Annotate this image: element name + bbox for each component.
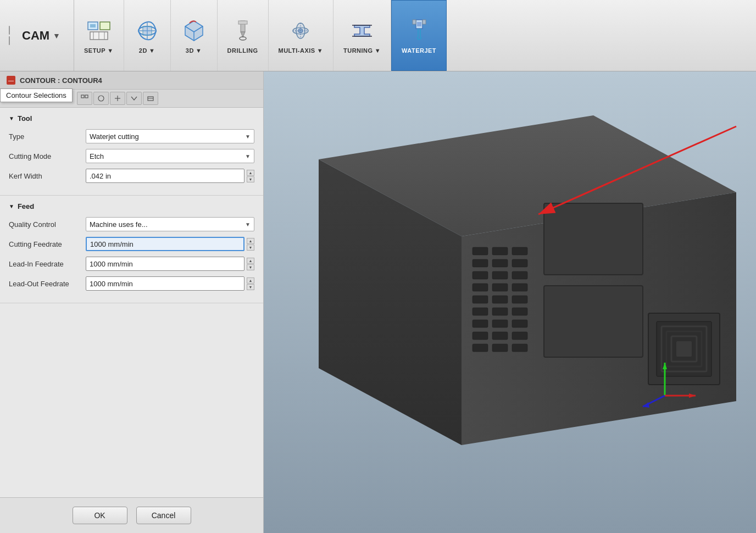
lead-in-feedrate-increment[interactable]: ▲ — [247, 258, 254, 264]
lead-in-feedrate-input[interactable]: 1000 mm/min — [86, 257, 244, 271]
svg-rect-49 — [492, 271, 508, 279]
lead-in-feedrate-value: 1000 mm/min — [90, 260, 133, 268]
viewport[interactable] — [264, 71, 756, 533]
cutting-mode-arrow: ▼ — [245, 153, 251, 159]
multi-axis-label: MULTI-AXIS ▼ — [279, 47, 324, 54]
cutting-mode-control: Etch ▼ — [86, 149, 254, 163]
viewport-canvas — [264, 71, 756, 533]
lead-out-feedrate-input[interactable]: 1000 mm/min — [86, 276, 244, 291]
cancel-button[interactable]: Cancel — [136, 507, 191, 524]
type-value: Waterjet cutting — [90, 132, 139, 141]
panel-toolbar: Contour Selections — [0, 90, 263, 108]
tool-section: ▼ Tool Type Waterjet cutting ▼ Cutting — [0, 108, 263, 196]
toolbar-item-drilling[interactable]: DRILLING — [218, 0, 269, 71]
drilling-icon — [230, 18, 256, 44]
svg-rect-40 — [472, 271, 488, 279]
cutting-feedrate-label: Cutting Feedrate — [9, 240, 86, 248]
quality-control-value: Machine uses fe... — [90, 220, 148, 229]
svg-rect-66 — [544, 286, 643, 357]
panel-tool-btn-2[interactable] — [93, 92, 109, 105]
panel-tool-btn-4[interactable] — [126, 92, 142, 105]
panel-tool-btn-1[interactable] — [77, 92, 92, 105]
svg-rect-2 — [100, 22, 110, 30]
panel-collapse-button[interactable]: — — [7, 76, 15, 85]
svg-rect-58 — [512, 271, 527, 279]
toolbar-item-setup[interactable]: SETUP ▼ — [74, 0, 124, 71]
cam-label: CAM — [22, 29, 49, 43]
svg-rect-41 — [472, 284, 488, 291]
toolbar-item-multi-axis[interactable]: MULTI-AXIS ▼ — [269, 0, 334, 71]
toolbar-item-3d[interactable]: 3D ▼ — [171, 0, 218, 71]
waterjet-label: WATERJET — [402, 47, 436, 54]
turning-icon — [349, 18, 375, 44]
type-label: Type — [9, 132, 86, 141]
svg-rect-62 — [512, 320, 527, 327]
3d-label: 3D ▼ — [186, 47, 202, 54]
svg-point-29 — [98, 96, 104, 101]
svg-rect-64 — [512, 344, 527, 352]
quality-control-label: Quality Control — [9, 220, 86, 229]
feed-section: ▼ Feed Quality Control Machine uses fe..… — [0, 196, 263, 303]
svg-rect-54 — [492, 332, 508, 340]
toolbar-left: CAM ▼ — [0, 0, 74, 71]
svg-rect-61 — [512, 308, 527, 315]
cutting-feedrate-input[interactable]: 1000 mm/min — [86, 237, 244, 251]
toolbar: CAM ▼ SETUP ▼ — [0, 0, 756, 71]
lead-out-feedrate-row: Lead-Out Feedrate 1000 mm/min ▲ ▼ — [9, 276, 254, 291]
lead-in-feedrate-control: 1000 mm/min ▲ ▼ — [86, 257, 254, 271]
lead-in-feedrate-decrement[interactable]: ▼ — [247, 264, 254, 270]
toolbar-item-turning[interactable]: TURNING ▼ — [333, 0, 391, 71]
toolbar-item-2d[interactable]: 2D ▼ — [124, 0, 171, 71]
kerf-width-increment[interactable]: ▲ — [247, 170, 254, 176]
type-control: Waterjet cutting ▼ — [86, 129, 254, 143]
panel-tool-btn-3[interactable] — [110, 92, 125, 105]
cutting-mode-select[interactable]: Etch ▼ — [86, 149, 254, 163]
panel-title: CONTOUR : CONTOUR4 — [20, 76, 102, 85]
2d-icon — [134, 18, 160, 44]
svg-rect-51 — [492, 296, 508, 303]
type-select[interactable]: Waterjet cutting ▼ — [86, 129, 254, 143]
svg-rect-27 — [81, 95, 84, 98]
feed-section-arrow: ▼ — [9, 203, 14, 209]
svg-rect-60 — [512, 296, 527, 303]
svg-rect-72 — [676, 341, 692, 357]
lead-in-feedrate-spinner: ▲ ▼ — [247, 258, 254, 270]
quality-control-arrow: ▼ — [245, 221, 251, 227]
2d-label: 2D ▼ — [139, 47, 155, 54]
cam-menu-button[interactable]: CAM ▼ — [18, 26, 65, 45]
svg-rect-1 — [90, 24, 96, 27]
toolbar-item-waterjet[interactable]: WATERJET — [391, 0, 447, 71]
lead-out-feedrate-increment[interactable]: ▲ — [247, 277, 254, 284]
kerf-width-input[interactable]: .042 in — [86, 169, 244, 183]
feed-section-header[interactable]: ▼ Feed — [9, 202, 254, 210]
cutting-mode-label: Cutting Mode — [9, 152, 86, 160]
setup-icon — [86, 18, 112, 44]
turning-label: TURNING ▼ — [343, 47, 381, 54]
panel-footer: OK Cancel — [0, 497, 263, 533]
cutting-feedrate-control: 1000 mm/min ▲ ▼ — [86, 237, 254, 251]
svg-rect-65 — [544, 203, 643, 275]
tool-section-title: Tool — [18, 114, 32, 123]
lead-in-feedrate-label: Lead-In Feedrate — [9, 260, 86, 268]
quality-control-select[interactable]: Machine uses fe... ▼ — [86, 217, 254, 231]
svg-rect-59 — [512, 284, 527, 291]
quality-control-row: Quality Control Machine uses fe... ▼ — [9, 217, 254, 231]
panel-content: ▼ Tool Type Waterjet cutting ▼ Cutting — [0, 108, 263, 497]
main-area: — CONTOUR : CONTOUR4 Contour Selections — [0, 71, 756, 533]
svg-rect-63 — [512, 332, 527, 340]
svg-rect-48 — [492, 259, 508, 267]
ok-button[interactable]: OK — [73, 507, 127, 524]
svg-rect-44 — [472, 320, 488, 327]
svg-rect-45 — [472, 332, 488, 340]
kerf-width-decrement[interactable]: ▼ — [247, 176, 254, 182]
tool-section-header[interactable]: ▼ Tool — [9, 114, 254, 123]
cutting-feedrate-decrement[interactable]: ▼ — [247, 245, 254, 251]
kerf-width-control: .042 in ▲ ▼ — [86, 169, 254, 183]
panel-tool-btn-5[interactable] — [143, 92, 158, 105]
svg-rect-38 — [472, 247, 488, 255]
cam-chevron-icon: ▼ — [53, 31, 60, 40]
lead-out-feedrate-decrement[interactable]: ▼ — [247, 284, 254, 290]
cutting-feedrate-increment[interactable]: ▲ — [247, 238, 254, 244]
drilling-label: DRILLING — [227, 47, 258, 54]
cutting-mode-value: Etch — [90, 152, 104, 160]
